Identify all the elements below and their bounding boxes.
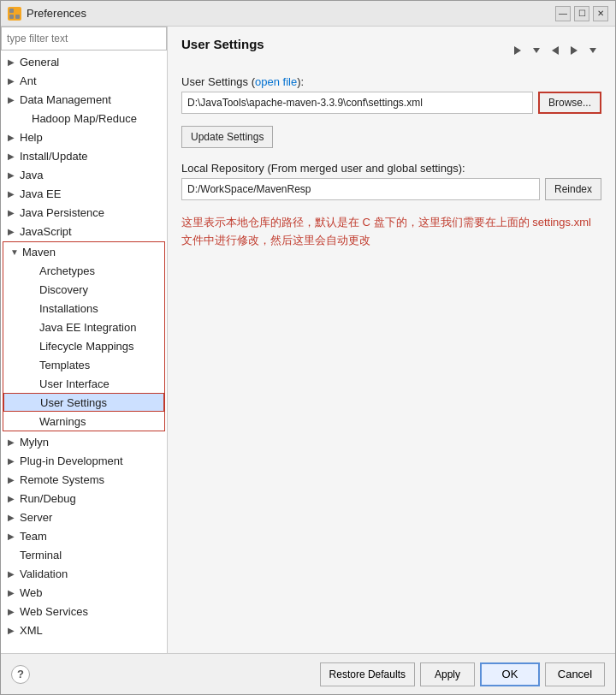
sidebar-item-label: Archetypes <box>39 264 164 277</box>
arrow-icon: ▼ <box>10 247 22 257</box>
help-icon[interactable]: ? <box>11 665 30 684</box>
svg-rect-2 <box>9 15 14 19</box>
update-settings-button[interactable]: Update Settings <box>181 126 273 148</box>
sidebar-item-label: Installations <box>39 302 164 315</box>
sidebar-item-java-ee-integration[interactable]: Java EE Integration <box>3 318 164 336</box>
sidebar-item-archetypes[interactable]: Archetypes <box>3 261 164 280</box>
svg-marker-8 <box>589 48 596 53</box>
sidebar-item-install-update[interactable]: ▶ Install/Update <box>1 146 167 165</box>
content-area: ▶ General ▶ Ant ▶ Data Management Hadoop… <box>1 27 615 653</box>
arrow-icon: ▶ <box>8 475 20 484</box>
browse-button[interactable]: Browse... <box>538 92 601 114</box>
svg-marker-7 <box>571 46 578 55</box>
nav-forward-icon[interactable] <box>509 42 526 59</box>
sidebar-item-user-interface[interactable]: User Interface <box>3 374 164 393</box>
update-settings-row: Update Settings <box>181 126 601 148</box>
tree: ▶ General ▶ Ant ▶ Data Management Hadoop… <box>1 50 167 653</box>
sidebar-item-user-settings[interactable]: User Settings <box>3 393 164 412</box>
svg-rect-3 <box>15 15 20 19</box>
restore-defaults-button[interactable]: Restore Defaults <box>320 662 415 686</box>
arrow-icon: ▶ <box>8 456 20 466</box>
nav-dropdown-icon[interactable] <box>528 42 545 59</box>
arrow-icon: ▶ <box>8 588 20 597</box>
sidebar-item-ant[interactable]: ▶ Ant <box>1 71 167 90</box>
sidebar-item-plugin-development[interactable]: ▶ Plug-in Development <box>1 451 167 470</box>
sidebar-item-terminal[interactable]: Terminal <box>1 545 167 564</box>
bottom-right: Restore Defaults Apply OK Cancel <box>320 662 605 686</box>
nav-down-icon[interactable] <box>584 42 601 59</box>
local-repo-label: Local Repository (From merged user and g… <box>181 162 601 175</box>
arrow-icon: ▶ <box>8 95 20 104</box>
main-panel: User Settings <box>168 27 615 653</box>
sidebar-item-remote-systems[interactable]: ▶ Remote Systems <box>1 470 167 489</box>
sidebar-item-team[interactable]: ▶ Team <box>1 526 167 545</box>
sidebar-item-label: Java EE <box>20 187 167 200</box>
nav-back-icon[interactable] <box>547 42 564 59</box>
sidebar-item-label: Server <box>20 511 167 524</box>
sidebar-item-label: Install/Update <box>20 150 167 163</box>
sidebar-item-label: Warnings <box>39 415 164 428</box>
arrow-icon: ▶ <box>8 227 20 236</box>
sidebar-item-run-debug[interactable]: ▶ Run/Debug <box>1 489 167 508</box>
sidebar-item-lifecycle-mappings[interactable]: Lifecycle Mappings <box>3 336 164 355</box>
nav-forward2-icon[interactable] <box>566 42 583 59</box>
sidebar-item-javascript[interactable]: ▶ JavaScript <box>1 222 167 241</box>
arrow-icon: ▶ <box>8 189 20 199</box>
sidebar-item-web[interactable]: ▶ Web <box>1 583 167 602</box>
sidebar-item-java[interactable]: ▶ Java <box>1 165 167 184</box>
sidebar-item-installations[interactable]: Installations <box>3 299 164 318</box>
sidebar-item-label: Remote Systems <box>20 473 167 486</box>
filter-input[interactable] <box>1 27 167 50</box>
sidebar-item-hadoop[interactable]: Hadoop Map/Reduce <box>1 109 167 128</box>
sidebar-item-validation[interactable]: ▶ Validation <box>1 564 167 583</box>
sidebar-item-maven[interactable]: ▼ Maven <box>3 242 164 261</box>
sidebar-item-web-services[interactable]: ▶ Web Services <box>1 602 167 621</box>
close-button[interactable]: ✕ <box>593 6 608 21</box>
sidebar-item-mylyn[interactable]: ▶ Mylyn <box>1 432 167 451</box>
sidebar-item-java-ee[interactable]: ▶ Java EE <box>1 184 167 203</box>
sidebar-item-label: XML <box>20 624 167 637</box>
arrow-icon: ▶ <box>8 607 20 616</box>
sidebar: ▶ General ▶ Ant ▶ Data Management Hadoop… <box>1 27 168 653</box>
arrow-icon: ▶ <box>8 133 20 142</box>
reindex-button[interactable]: Reindex <box>545 178 601 200</box>
ok-button[interactable]: OK <box>480 662 540 686</box>
arrow-icon: ▶ <box>8 151 20 161</box>
arrow-icon: ▶ <box>8 208 20 217</box>
sidebar-item-discovery[interactable]: Discovery <box>3 280 164 299</box>
sidebar-item-warnings[interactable]: Warnings <box>3 412 164 431</box>
sidebar-item-label: Templates <box>39 359 164 371</box>
sidebar-item-server[interactable]: ▶ Server <box>1 508 167 526</box>
maven-group: ▼ Maven Archetypes Discovery Install <box>3 241 165 431</box>
sidebar-item-label: User Interface <box>39 377 164 390</box>
sidebar-item-help[interactable]: ▶ Help <box>1 128 167 146</box>
sidebar-item-data-management[interactable]: ▶ Data Management <box>1 90 167 109</box>
window-title: Preferences <box>27 7 555 20</box>
user-settings-path-input[interactable] <box>181 92 533 114</box>
sidebar-item-label: Java EE Integration <box>39 321 164 334</box>
bottom-bar: ? Restore Defaults Apply OK Cancel <box>1 653 615 694</box>
user-settings-suffix: ): <box>297 75 304 88</box>
minimize-button[interactable]: — <box>555 6 571 21</box>
user-settings-input-row: Browse... <box>181 92 601 114</box>
maximize-button[interactable]: ☐ <box>574 6 589 21</box>
sidebar-item-templates[interactable]: Templates <box>3 355 164 374</box>
local-repo-path-input[interactable] <box>181 178 540 200</box>
window-icon <box>8 7 21 21</box>
cancel-button[interactable]: Cancel <box>545 662 605 686</box>
arrow-icon: ▶ <box>8 532 20 541</box>
sidebar-item-label: Ant <box>20 74 167 87</box>
sidebar-item-xml[interactable]: ▶ XML <box>1 621 167 639</box>
sidebar-item-label: User Settings <box>40 396 163 409</box>
sidebar-item-label: Web Services <box>20 605 167 618</box>
apply-button[interactable]: Apply <box>420 662 475 686</box>
sidebar-item-label: Discovery <box>39 283 164 296</box>
sidebar-item-java-persistence[interactable]: ▶ Java Persistence <box>1 203 167 222</box>
sidebar-item-label: Team <box>20 530 167 543</box>
svg-marker-6 <box>552 46 559 55</box>
sidebar-item-label: Web <box>20 586 167 599</box>
sidebar-item-label: Help <box>20 131 167 144</box>
sidebar-item-general[interactable]: ▶ General <box>1 52 167 71</box>
open-file-link[interactable]: open file <box>255 75 297 88</box>
arrow-icon: ▶ <box>8 170 20 180</box>
